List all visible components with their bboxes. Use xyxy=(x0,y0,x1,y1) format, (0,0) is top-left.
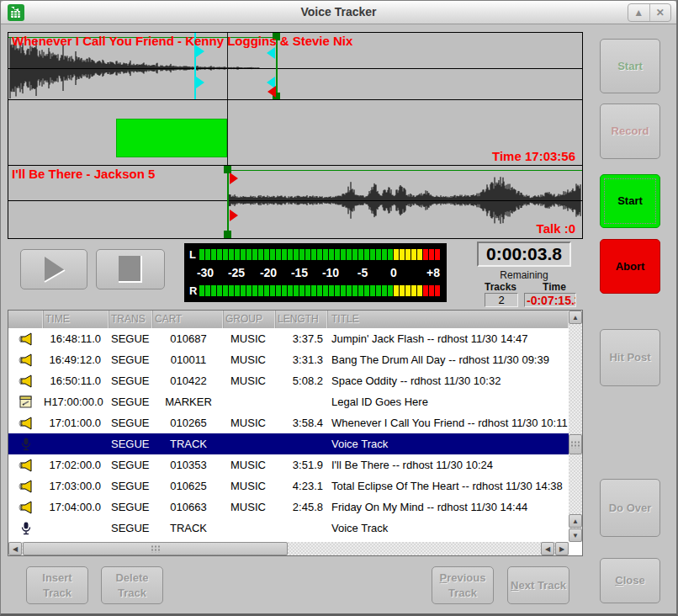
track2-waveform-region[interactable]: I'll Be There - Jackson 5 Talk :0 xyxy=(8,166,582,238)
track2-gain-line[interactable] xyxy=(227,170,582,171)
meter-segment xyxy=(305,249,310,260)
table-row[interactable]: 17:01:00.0SEGUE010265MUSIC3:58.4Whenever… xyxy=(8,412,569,433)
table-row[interactable]: 16:49:12.0SEGUE010011MUSIC3:31.3Bang The… xyxy=(8,349,569,370)
col-header-length[interactable]: LENGTH xyxy=(276,311,328,328)
cell-cart: 010687 xyxy=(153,332,224,345)
scroll-right-button[interactable]: ▶ xyxy=(555,542,569,555)
fade-marker-top-icon[interactable] xyxy=(267,47,275,59)
titlebar[interactable]: Voice Tracker ▲ ✕ xyxy=(1,1,676,24)
horizontal-scrollbar[interactable]: ◀ ◀ ▶ xyxy=(8,542,569,555)
cell-title: Voice Track xyxy=(328,522,569,534)
vertical-scrollbar[interactable]: ▲ ▲ ▼ xyxy=(569,311,582,542)
playhead-marker-bottom-icon[interactable] xyxy=(196,77,204,88)
cell-time: H17:00:00.0 xyxy=(44,396,109,408)
col-header-icon[interactable] xyxy=(8,311,44,328)
meter-segment xyxy=(335,285,340,296)
table-row[interactable]: SEGUETRACKVoice Track xyxy=(8,518,569,539)
cell-time: 17:02:00.0 xyxy=(44,459,109,471)
meter-segment xyxy=(270,285,275,296)
meter-segment xyxy=(417,285,422,296)
track2-start-marker-bottom-icon[interactable] xyxy=(230,210,238,221)
speaker-icon xyxy=(8,417,44,430)
close-window-button[interactable]: ✕ xyxy=(650,4,671,21)
table-row[interactable]: 16:48:11.0SEGUE010687MUSIC3:37.5Jumpin' … xyxy=(8,328,569,349)
col-header-title[interactable]: TITLE xyxy=(328,311,569,328)
play-icon xyxy=(37,254,71,284)
meter-segment xyxy=(423,285,428,296)
track2-start-line[interactable] xyxy=(227,166,229,238)
previous-track-button[interactable]: Previous Track xyxy=(432,566,494,604)
meter-segment xyxy=(252,285,257,296)
stop-button[interactable] xyxy=(96,249,165,289)
meter-segment xyxy=(394,285,399,296)
voice-tracker-window: Voice Tracker ▲ ✕ Whenever I Call You Fr… xyxy=(0,0,678,616)
track2-start-handle-bottom[interactable] xyxy=(224,231,231,238)
do-over-button[interactable]: Do Over xyxy=(600,479,660,537)
table-row[interactable]: H17:00:00.0SEGUEMARKERLegal ID Goes Here xyxy=(8,391,569,412)
start-track2-button[interactable]: Start xyxy=(600,174,660,228)
scroll-left-button-2[interactable]: ◀ xyxy=(541,542,554,555)
remaining-label: Remaining xyxy=(477,269,571,281)
meter-segment xyxy=(435,285,440,296)
scroll-down-button[interactable]: ▼ xyxy=(569,528,582,542)
meter-segment xyxy=(370,249,375,260)
table-row[interactable]: SEGUETRACKVoice Track xyxy=(8,433,569,454)
meter-segment xyxy=(246,249,252,260)
track1-waveform-region[interactable]: Whenever I Call You Friend - Kenny Loggi… xyxy=(8,33,582,100)
meter-segment xyxy=(294,285,299,296)
meter-segment xyxy=(311,249,316,260)
meter-left-label: L xyxy=(189,248,196,261)
meter-segment xyxy=(246,285,252,296)
table-row[interactable]: 17:04:00.0SEGUE010663MUSIC2:45.8Friday O… xyxy=(8,497,569,518)
meter-segment xyxy=(323,249,328,260)
meter-segment xyxy=(364,285,369,296)
record-button[interactable]: Record xyxy=(600,104,660,159)
close-button[interactable]: Close xyxy=(600,558,660,603)
microphone-icon xyxy=(8,438,44,451)
col-header-cart[interactable]: CART xyxy=(153,311,224,328)
next-track-button[interactable]: Next Track xyxy=(507,566,569,604)
col-header-group[interactable]: GROUP xyxy=(224,311,276,328)
meter-segment xyxy=(423,249,428,260)
cell-trans: SEGUE xyxy=(109,396,153,408)
horizontal-scroll-thumb[interactable] xyxy=(23,542,288,555)
meter-segment xyxy=(223,285,228,296)
insert-track-button[interactable]: Insert Track xyxy=(26,566,88,604)
meter-segment xyxy=(217,249,222,260)
voicetrack-region[interactable]: Time 17:03:56 xyxy=(8,100,582,166)
waveform-editor: Whenever I Call You Friend - Kenny Loggi… xyxy=(8,32,583,239)
table-row[interactable]: 17:03:00.0SEGUE010625MUSIC4:23.1Total Ec… xyxy=(8,475,569,497)
speaker-icon xyxy=(8,501,44,514)
vertical-scroll-thumb[interactable] xyxy=(569,434,582,454)
play-button[interactable] xyxy=(20,249,87,289)
hit-post-button[interactable]: Hit Post xyxy=(600,329,660,386)
meter-segment xyxy=(282,285,287,296)
start-track1-button[interactable]: Start xyxy=(600,39,660,93)
cell-cart: TRACK xyxy=(153,438,224,450)
meter-segment xyxy=(211,249,216,260)
meter-scale-label: +8 xyxy=(426,266,440,279)
col-header-time[interactable]: TIME xyxy=(44,311,109,328)
segue-end-marker-icon[interactable] xyxy=(267,86,276,98)
cell-trans: SEGUE xyxy=(109,459,153,471)
meter-segment xyxy=(217,285,222,296)
abort-button[interactable]: Abort xyxy=(600,239,660,294)
scroll-left-button[interactable]: ◀ xyxy=(8,542,22,555)
meter-segment xyxy=(411,285,416,296)
voice-track-block[interactable] xyxy=(116,119,227,157)
cell-title: Whenever I Call You Friend -- rdhost 11/… xyxy=(328,417,569,429)
scroll-up-button-2[interactable]: ▲ xyxy=(569,514,582,528)
delete-track-button[interactable]: Delete Track xyxy=(101,566,163,604)
col-header-trans[interactable]: TRANS xyxy=(109,311,153,328)
cell-len: 5:08.2 xyxy=(276,374,328,387)
table-row[interactable]: 16:50:11.0SEGUE010422MUSIC5:08.2Space Od… xyxy=(8,370,569,391)
shade-button[interactable]: ▲ xyxy=(628,4,650,21)
table-row[interactable]: 17:02:00.0SEGUE010353MUSIC3:51.9I'll Be … xyxy=(8,454,569,475)
meter-segment xyxy=(323,285,328,296)
scroll-up-button[interactable]: ▲ xyxy=(569,311,582,324)
track1-title: Whenever I Call You Friend - Kenny Loggi… xyxy=(12,34,352,48)
cell-len: 4:23.1 xyxy=(276,480,328,492)
track2-start-marker-top-icon[interactable] xyxy=(230,173,238,184)
cell-cart: 010353 xyxy=(153,459,224,471)
cell-cart: 010625 xyxy=(153,480,224,492)
